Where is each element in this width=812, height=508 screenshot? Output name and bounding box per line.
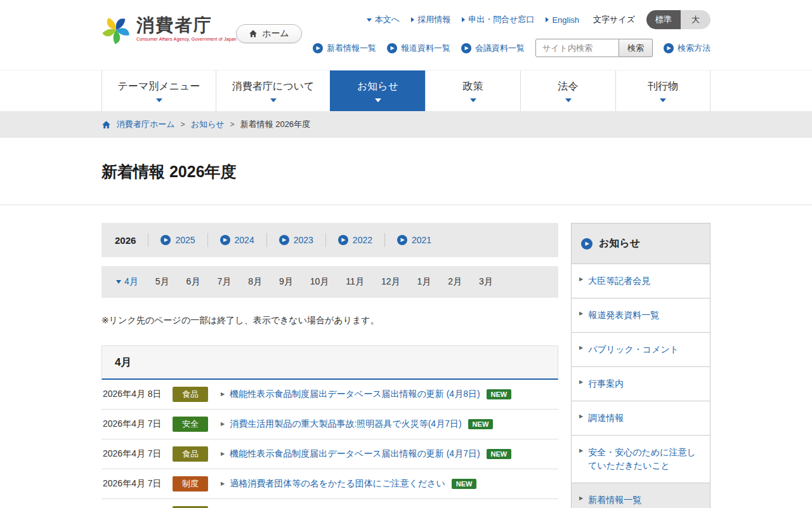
header-utility-link[interactable]: 採用情報	[411, 14, 450, 25]
header-quick-link[interactable]: 報道資料一覧	[387, 43, 450, 54]
month-tab-label: 11月	[346, 276, 364, 288]
breadcrumb-separator: >	[181, 120, 185, 129]
nav-item-label: 政策	[463, 80, 483, 93]
link-arrow-icon	[579, 311, 583, 316]
news-link[interactable]: 適格消費者団体等の名をかたる団体にご注意ください	[230, 478, 445, 490]
chevron-down-icon	[156, 98, 162, 102]
year-tab[interactable]: 2025	[148, 233, 207, 247]
month-tab[interactable]: 12月	[381, 276, 400, 288]
month-tab-label: 3月	[479, 276, 493, 288]
site-search-input[interactable]	[535, 39, 619, 57]
month-tab[interactable]: 10月	[310, 276, 329, 288]
breadcrumb-home-link[interactable]: 消費者庁ホーム	[117, 119, 175, 130]
month-tab[interactable]: 9月	[279, 276, 293, 288]
breadcrumb-bar: 消費者庁ホーム > お知らせ > 新着情報 2026年度	[0, 111, 812, 138]
sidebar-title-label: お知らせ	[599, 237, 640, 250]
month-tab[interactable]: 4月	[116, 276, 138, 288]
month-tab[interactable]: 7月	[217, 276, 231, 288]
year-tab[interactable]: 2023	[266, 233, 325, 247]
chevron-down-icon	[116, 280, 121, 284]
main-content: 2026 2025 2024 2023	[102, 223, 710, 508]
news-date: 2026年4月 7日	[103, 448, 173, 460]
link-arrow-icon	[546, 17, 549, 22]
breadcrumb-separator: >	[230, 120, 235, 129]
month-tab[interactable]: 8月	[248, 276, 262, 288]
header-utility-link-label: 本文へ	[375, 14, 400, 25]
link-arrow-icon	[221, 422, 225, 427]
nav-item-label: 法令	[558, 80, 579, 93]
sidebar-item[interactable]: 行事案内	[572, 367, 710, 401]
agency-name-en: Consumer Affairs Agency, Government of J…	[136, 37, 237, 41]
month-tab[interactable]: 2月	[448, 276, 462, 288]
month-tab[interactable]: 6月	[187, 276, 200, 288]
month-tab[interactable]: 11月	[346, 276, 364, 288]
sidebar-title: お知らせ	[572, 224, 710, 264]
agency-logo[interactable]: 消費者庁 Consumer Affairs Agency, Government…	[102, 15, 237, 44]
news-link[interactable]: 消費生活用製品の重大製品事故:照明器具で火災等(4月7日)	[230, 418, 461, 430]
nav-item[interactable]: 法令	[520, 70, 615, 111]
category-badge: 食品	[173, 446, 208, 462]
news-item: 2026年4月 7日 制度 適格消費者団体等の名をかたる団体にご注意ください N…	[102, 469, 558, 499]
month-tab[interactable]: 1月	[417, 276, 431, 288]
header-quick-link[interactable]: 会議資料一覧	[461, 43, 525, 54]
sidebar-item[interactable]: パブリック・コメント	[572, 333, 710, 367]
header-quick-row: 新着情報一覧 報道資料一覧 会議資料一覧	[313, 39, 710, 57]
home-button-label: ホーム	[262, 28, 289, 39]
news-link[interactable]: 機能性表示食品制度届出データベース届出情報の更新 (4月8日)	[230, 389, 480, 400]
month-tab[interactable]: 5月	[155, 276, 169, 288]
year-tab[interactable]: 2022	[325, 233, 384, 247]
year-tabs: 2026 2025 2024 2023	[102, 223, 558, 257]
site-search: 検索	[535, 39, 653, 57]
link-arrow-icon	[462, 17, 465, 22]
sidebar-item[interactable]: 報道発表資料一覧	[572, 298, 710, 333]
header-quick-link[interactable]: 新着情報一覧	[313, 43, 376, 54]
sidebar-item-label: 安全・安心のために注意していただきたいこと	[588, 446, 702, 472]
sidebar-item[interactable]: 調達情報	[572, 401, 710, 436]
header-utility-link[interactable]: 本文へ	[367, 14, 400, 25]
header-utility-link-label: 申出・問合せ窓口	[468, 14, 534, 25]
link-arrow-icon	[579, 496, 583, 501]
new-badge: NEW	[468, 419, 494, 429]
nav-item[interactable]: 政策	[425, 70, 520, 111]
circle-arrow-icon	[664, 43, 674, 53]
home-icon	[249, 29, 258, 38]
search-help-link-label: 検索方法	[678, 43, 710, 54]
site-search-button[interactable]: 検索	[619, 39, 653, 57]
breadcrumb-section-link[interactable]: お知らせ	[191, 119, 225, 130]
sidebar-item-label: パブリック・コメント	[588, 343, 679, 356]
search-help-link[interactable]: 検索方法	[664, 43, 710, 54]
font-size-standard-button[interactable]: 標準	[646, 10, 681, 29]
category-badge: 安全	[173, 417, 208, 432]
nav-item-label: お知らせ	[357, 80, 398, 93]
sidebar-item[interactable]: 安全・安心のために注意していただきたいこと	[572, 436, 710, 483]
link-arrow-icon	[579, 414, 583, 419]
month-tab-label: 5月	[155, 276, 169, 288]
header-utility-link[interactable]: English	[546, 15, 579, 25]
nav-item[interactable]: 消費者庁について	[216, 70, 330, 111]
sidebar-item[interactable]: 大臣等記者会見	[572, 264, 710, 298]
year-tab[interactable]: 2021	[384, 233, 443, 247]
home-button[interactable]: ホーム	[236, 24, 302, 43]
chevron-down-icon	[660, 98, 666, 102]
sidebar-item[interactable]: 新着情報一覧	[572, 483, 710, 508]
news-item: 2026年4月 6日 食品 機能性表示食品制度届出データベース届出情報の更新 (…	[102, 499, 558, 508]
nav-item[interactable]: お知らせ	[330, 70, 425, 111]
news-link[interactable]: 機能性表示食品制度届出データベース届出情報の更新 (4月7日)	[230, 448, 480, 460]
agency-name: 消費者庁	[136, 15, 237, 36]
news-list: 2026年4月 8日 食品 機能性表示食品制度届出データベース届出情報の更新 (…	[102, 380, 558, 508]
font-size-large-button[interactable]: 大	[681, 10, 710, 29]
header-utility-link[interactable]: 申出・問合せ窓口	[462, 14, 534, 25]
sidebar-item-label: 行事案内	[588, 377, 624, 391]
nav-item[interactable]: 刊行物	[615, 70, 710, 111]
page-note: ※リンク先のページの一部は終了し、表示できない場合があります。	[102, 315, 558, 326]
nav-item[interactable]: テーマ別メニュー	[102, 70, 216, 111]
header-utility-row: 本文へ 採用情報 申出・問合せ窓口	[367, 10, 710, 29]
link-arrow-icon	[579, 448, 583, 453]
circle-arrow-icon	[160, 235, 171, 245]
nav-item-label: テーマ別メニュー	[118, 80, 200, 93]
year-tab[interactable]: 2024	[207, 233, 266, 247]
news-date: 2026年4月 8日	[103, 389, 173, 400]
link-arrow-icon	[579, 345, 583, 351]
month-tab[interactable]: 3月	[479, 276, 493, 288]
month-tab-label: 10月	[310, 276, 329, 288]
